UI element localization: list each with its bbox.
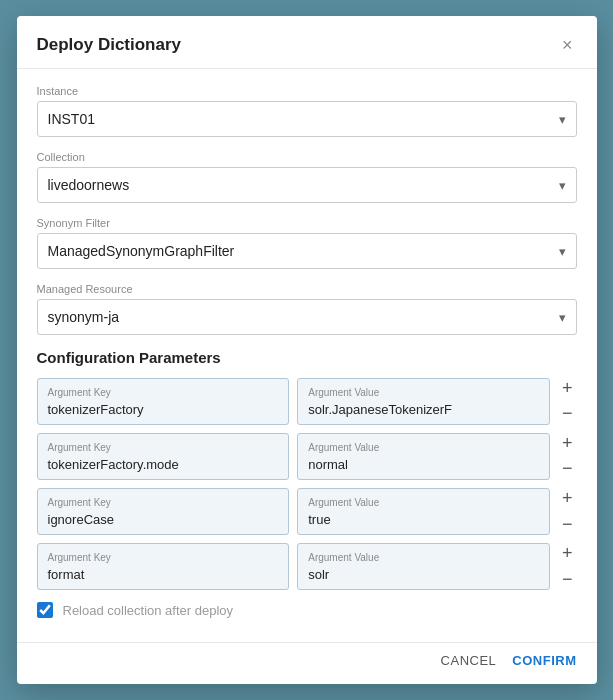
param-key-label-2: Argument Key (48, 497, 279, 508)
managed-resource-group: Managed Resource synonym-ja ▾ (37, 283, 577, 335)
param-val-label-3: Argument Value (308, 552, 539, 563)
param-val-label-0: Argument Value (308, 387, 539, 398)
param-val-value-0: solr.JapaneseTokenizerF (308, 402, 452, 417)
remove-param-button-2[interactable]: − (558, 514, 577, 536)
param-key-value-3: format (48, 567, 85, 582)
synonym-filter-label: Synonym Filter (37, 217, 577, 229)
param-val-field-2[interactable]: Argument Value true (297, 488, 550, 535)
add-param-button-2[interactable]: + (558, 488, 577, 510)
add-param-button-1[interactable]: + (558, 433, 577, 455)
dialog-body: Instance INST01 ▾ Collection livedoornew… (17, 69, 597, 643)
param-val-field-3[interactable]: Argument Value solr (297, 543, 550, 590)
instance-select[interactable]: INST01 (38, 102, 576, 136)
synonym-filter-group: Synonym Filter ManagedSynonymGraphFilter… (37, 217, 577, 269)
param-key-field-0[interactable]: Argument Key tokenizerFactory (37, 378, 290, 425)
param-actions-3: + − (558, 543, 577, 590)
param-key-value-1: tokenizerFactory.mode (48, 457, 179, 472)
param-val-value-3: solr (308, 567, 329, 582)
dialog-header: Deploy Dictionary × (17, 16, 597, 69)
remove-param-button-3[interactable]: − (558, 569, 577, 591)
synonym-filter-select-wrapper[interactable]: ManagedSynonymGraphFilter ▾ (37, 233, 577, 269)
config-params-title: Configuration Parameters (37, 349, 577, 366)
param-row-1: Argument Key tokenizerFactory.mode Argum… (37, 433, 577, 480)
param-key-field-1[interactable]: Argument Key tokenizerFactory.mode (37, 433, 290, 480)
managed-resource-select-wrapper[interactable]: synonym-ja ▾ (37, 299, 577, 335)
instance-label: Instance (37, 85, 577, 97)
managed-resource-label: Managed Resource (37, 283, 577, 295)
add-param-button-0[interactable]: + (558, 378, 577, 400)
close-button[interactable]: × (558, 34, 577, 56)
param-val-label-1: Argument Value (308, 442, 539, 453)
param-key-value-2: ignoreCase (48, 512, 115, 527)
param-val-value-2: true (308, 512, 330, 527)
param-key-field-2[interactable]: Argument Key ignoreCase (37, 488, 290, 535)
add-param-button-3[interactable]: + (558, 543, 577, 565)
param-actions-0: + − (558, 378, 577, 425)
confirm-button[interactable]: CONFIRM (512, 653, 576, 668)
cancel-button[interactable]: CANCEL (441, 653, 497, 668)
param-actions-2: + − (558, 488, 577, 535)
reload-checkbox-label: Reload collection after deploy (63, 603, 234, 618)
param-val-field-0[interactable]: Argument Value solr.JapaneseTokenizerF (297, 378, 550, 425)
param-actions-1: + − (558, 433, 577, 480)
param-val-value-1: normal (308, 457, 348, 472)
reload-checkbox[interactable] (37, 602, 53, 618)
remove-param-button-0[interactable]: − (558, 403, 577, 425)
param-val-field-1[interactable]: Argument Value normal (297, 433, 550, 480)
param-row-0: Argument Key tokenizerFactory Argument V… (37, 378, 577, 425)
deploy-dictionary-dialog: Deploy Dictionary × Instance INST01 ▾ Co… (17, 16, 597, 685)
param-row-2: Argument Key ignoreCase Argument Value t… (37, 488, 577, 535)
config-params-section: Configuration Parameters Argument Key to… (37, 349, 577, 591)
param-key-label-1: Argument Key (48, 442, 279, 453)
param-key-label-3: Argument Key (48, 552, 279, 563)
param-key-value-0: tokenizerFactory (48, 402, 144, 417)
synonym-filter-select[interactable]: ManagedSynonymGraphFilter (38, 234, 576, 268)
param-val-label-2: Argument Value (308, 497, 539, 508)
reload-checkbox-row: Reload collection after deploy (37, 602, 577, 618)
instance-select-wrapper[interactable]: INST01 ▾ (37, 101, 577, 137)
dialog-footer: CANCEL CONFIRM (17, 642, 597, 684)
collection-group: Collection livedoornews ▾ (37, 151, 577, 203)
instance-group: Instance INST01 ▾ (37, 85, 577, 137)
remove-param-button-1[interactable]: − (558, 458, 577, 480)
managed-resource-select[interactable]: synonym-ja (38, 300, 576, 334)
collection-select-wrapper[interactable]: livedoornews ▾ (37, 167, 577, 203)
collection-label: Collection (37, 151, 577, 163)
dialog-title: Deploy Dictionary (37, 35, 182, 55)
collection-select[interactable]: livedoornews (38, 168, 576, 202)
param-key-label-0: Argument Key (48, 387, 279, 398)
param-row-3: Argument Key format Argument Value solr … (37, 543, 577, 590)
param-key-field-3[interactable]: Argument Key format (37, 543, 290, 590)
